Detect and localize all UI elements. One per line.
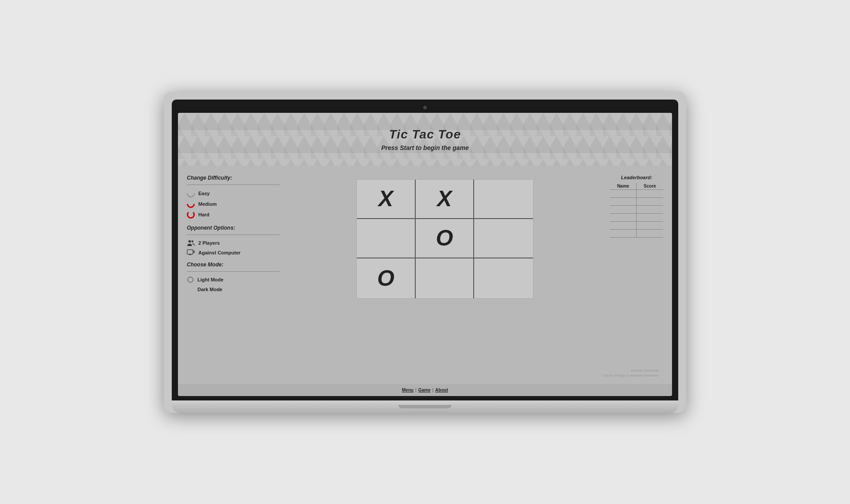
- sidebar: Change Difficulty: Easy: [187, 175, 284, 375]
- col-score: Score: [637, 183, 663, 190]
- cell-1[interactable]: X: [416, 180, 475, 219]
- camera: [423, 106, 427, 109]
- difficulty-hard[interactable]: Hard: [187, 211, 280, 219]
- footer-game[interactable]: Game: [418, 388, 431, 392]
- difficulty-divider: [187, 185, 280, 185]
- main-content: Change Difficulty: Easy: [178, 166, 672, 384]
- 2players-label: 2 Players: [198, 240, 220, 246]
- table-row: [610, 213, 663, 221]
- mode-section: Choose Mode: Light Mode: [187, 262, 280, 293]
- opponent-section: Opponent Options: 2 Players: [187, 225, 280, 256]
- laptop-base: [172, 400, 678, 413]
- laptop-base-notch: [398, 405, 452, 408]
- svg-point-0: [189, 240, 191, 242]
- cell-4[interactable]: O: [416, 219, 475, 258]
- svg-rect-5: [193, 250, 194, 252]
- cell-6[interactable]: O: [357, 258, 416, 298]
- footer: Menu | Game | About Activate Windows Go …: [178, 384, 672, 396]
- mode-divider: [187, 271, 280, 272]
- hard-label: Hard: [198, 212, 209, 217]
- cell-0[interactable]: X: [357, 180, 416, 219]
- screen: Tic Tac Toe Press Start to begin the gam…: [178, 113, 672, 396]
- board-grid: X X O O: [357, 180, 533, 298]
- table-row: [610, 189, 663, 197]
- difficulty-medium[interactable]: Medium: [187, 200, 280, 208]
- computer-label: Against Computer: [198, 250, 240, 255]
- hard-icon: [187, 211, 195, 219]
- computer-icon: [187, 249, 195, 256]
- mode-light[interactable]: Light Mode: [187, 276, 280, 283]
- app-subtitle: Press Start to begin the game: [381, 144, 469, 151]
- medium-arc: [185, 198, 196, 209]
- dark-mode-label: Dark Mode: [197, 287, 222, 292]
- mode-title: Choose Mode:: [187, 262, 280, 268]
- difficulty-easy[interactable]: Easy: [187, 189, 280, 197]
- cell-5[interactable]: [474, 219, 533, 258]
- watermark-line1: Activate Windows: [603, 368, 659, 373]
- difficulty-title: Change Difficulty:: [187, 175, 280, 181]
- medium-label: Medium: [198, 201, 217, 207]
- easy-label: Easy: [198, 191, 210, 196]
- table-row: [610, 205, 663, 213]
- light-mode-label: Light Mode: [197, 277, 224, 282]
- easy-arc: [185, 188, 196, 199]
- leaderboard-table: Name Score: [610, 183, 663, 238]
- cell-2[interactable]: [474, 180, 533, 219]
- light-mode-icon: [187, 276, 194, 283]
- screen-bezel: Tic Tac Toe Press Start to begin the gam…: [172, 100, 678, 400]
- laptop-frame: Tic Tac Toe Press Start to begin the gam…: [164, 92, 686, 413]
- easy-icon: [187, 189, 195, 197]
- table-row: [610, 197, 663, 205]
- two-players-icon: [187, 239, 195, 246]
- cell-3[interactable]: [357, 219, 416, 258]
- table-row: [610, 221, 663, 229]
- medium-icon: [187, 200, 195, 208]
- watermark-line2: Go to settings to activate Windows.: [603, 373, 659, 378]
- game-area: X X O O: [284, 175, 606, 375]
- windows-watermark: Activate Windows Go to settings to activ…: [603, 368, 659, 378]
- footer-sep-1: |: [415, 388, 417, 392]
- leaderboard-title: Leaderboard:: [610, 175, 663, 180]
- col-name: Name: [610, 183, 637, 190]
- header-banner: Tic Tac Toe Press Start to begin the gam…: [178, 113, 672, 166]
- footer-menu[interactable]: Menu: [402, 388, 413, 392]
- app-title: Tic Tac Toe: [389, 127, 461, 142]
- svg-point-1: [191, 240, 193, 242]
- opponent-title: Opponent Options:: [187, 225, 280, 231]
- opponent-computer[interactable]: Against Computer: [187, 249, 280, 256]
- opponent-2players[interactable]: 2 Players: [187, 239, 280, 246]
- table-row: [610, 229, 663, 237]
- footer-nav: Menu | Game | About: [402, 388, 448, 392]
- game-board: X X O O: [356, 179, 533, 299]
- cell-8[interactable]: [474, 258, 533, 298]
- dark-mode-icon: [187, 286, 194, 293]
- footer-sep-2: |: [433, 388, 434, 392]
- footer-about[interactable]: About: [435, 388, 448, 392]
- cell-7[interactable]: [416, 258, 475, 298]
- svg-point-6: [188, 277, 193, 282]
- leaderboard: Leaderboard: Name Score: [606, 175, 663, 375]
- svg-rect-2: [187, 250, 193, 254]
- opponent-divider: [187, 235, 280, 235]
- hard-arc: [187, 211, 195, 219]
- difficulty-section: Change Difficulty: Easy: [187, 175, 280, 219]
- mode-dark[interactable]: Dark Mode: [187, 286, 280, 293]
